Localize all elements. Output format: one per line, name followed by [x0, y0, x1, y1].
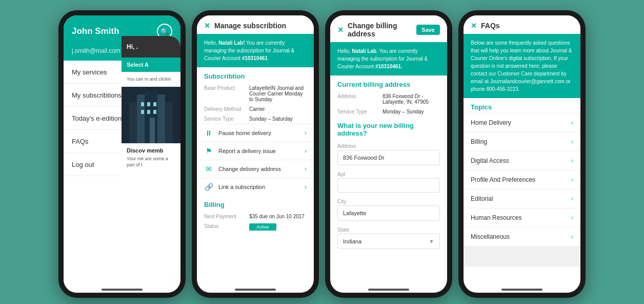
phone-2: ✕ Manage subscribtion Hello, Natali Lab!…	[192, 10, 319, 298]
status-badge: Active	[249, 223, 276, 231]
banner3-name: Natali Lab	[352, 48, 376, 54]
phone1-home-bar	[102, 289, 143, 291]
current-billing-title: Current billing address	[330, 75, 447, 91]
address-field-label: Address	[330, 140, 447, 150]
faq-topic-profile[interactable]: Profile And Preferences ›	[464, 170, 580, 189]
subscription-section-title: Subscribtion	[197, 67, 314, 83]
phone2-scroll: Subscribtion Base Product LafayetteIN Jo…	[197, 67, 314, 293]
new-billing-title: What is your new billing address?	[330, 117, 447, 140]
action-label-address: Change delivery address	[218, 166, 299, 172]
overlay-body: You can m and clickin	[122, 72, 180, 87]
phone-2-screen: ✕ Manage subscribtion Hello, Natali Lab!…	[197, 15, 314, 293]
nav-label-faqs: FAQs	[72, 138, 89, 145]
phone2-banner: Hello, Natali Lab! You are currently man…	[197, 34, 314, 67]
apt-field-label: Apt	[330, 168, 447, 178]
field-value-delivery: Carrier	[249, 106, 307, 112]
overlay-topbar: Hi, .	[122, 36, 180, 58]
faq-topic-digital[interactable]: Digital Access ›	[464, 151, 580, 170]
faq-topic-misc[interactable]: Miscellaneous ›	[464, 227, 580, 246]
phone3-title: Change billing address	[348, 22, 412, 38]
address-chevron-icon: ›	[305, 165, 307, 173]
close-icon-4[interactable]: ✕	[471, 22, 477, 30]
phone-3: ✕ Change billing address Save Hello, Nat…	[325, 10, 452, 298]
phone-1-screen: John Smith 🔍 j.smith@mail.com My service…	[64, 15, 180, 293]
city-field-label: City	[330, 196, 447, 205]
faq-topic-label-hr: Human Resources	[471, 214, 521, 221]
current-service-value: Monday – Sunday	[383, 109, 440, 115]
overlay-panel: Hi, . Select A You can m and clickin	[122, 36, 180, 272]
address-input-value: 836 Foxwood Dr	[343, 155, 385, 161]
phone3-home-bar	[368, 289, 409, 291]
svg-rect-8	[153, 102, 156, 106]
faq-bottom-space	[464, 246, 580, 267]
phones-container: John Smith 🔍 j.smith@mail.com My service…	[58, 10, 586, 298]
nav-label-services: My services	[72, 68, 107, 76]
close-icon-3[interactable]: ✕	[337, 26, 344, 34]
topics-header: Topics	[464, 98, 580, 113]
phone3-topbar-left: ✕ Change billing address	[337, 22, 412, 38]
svg-rect-5	[150, 118, 155, 143]
state-field-label: State	[330, 224, 447, 234]
phone-1: John Smith 🔍 j.smith@mail.com My service…	[58, 10, 186, 298]
city-input[interactable]: Lafayette	[337, 205, 440, 221]
state-dropdown-icon: ▼	[429, 238, 434, 244]
faq-topic-label-misc: Miscellaneous	[471, 233, 510, 240]
overlay-discover: Discov memb Your me are some a part of t	[122, 143, 180, 173]
action-link[interactable]: 🔗 Link a subscription ›	[197, 178, 314, 196]
action-pause[interactable]: ⏸ Pause home delivery ›	[197, 124, 314, 142]
banner3-account: #10310461.	[375, 64, 402, 69]
phone-3-screen: ✕ Change billing address Save Hello, Nat…	[330, 15, 447, 293]
phone4-title: FAQs	[481, 22, 500, 30]
address-icon: ✉	[204, 165, 213, 173]
current-address-label: Address	[337, 93, 378, 105]
overlay-subheader: Select A	[122, 58, 180, 72]
overlay-subheader-text: Select A	[127, 62, 149, 68]
phone1-user-name: John Smith	[72, 26, 119, 36]
faq-topic-home-delivery[interactable]: Home Delivery ›	[464, 113, 580, 132]
link-icon: 🔗	[204, 183, 213, 191]
faq-chevron-profile: ›	[571, 176, 573, 183]
action-label-pause: Pause home delivery	[218, 130, 299, 136]
save-button[interactable]: Save	[416, 25, 440, 35]
action-change-address[interactable]: ✉ Change delivery address ›	[197, 160, 314, 178]
link-chevron-icon: ›	[305, 183, 307, 191]
faq-chevron-misc: ›	[571, 233, 573, 240]
action-report[interactable]: ⚑ Report a delivery issue ›	[197, 142, 314, 160]
close-icon[interactable]: ✕	[204, 22, 210, 30]
faq-topic-label-home: Home Delivery	[471, 119, 511, 126]
billing-section-title: Billing	[197, 196, 314, 212]
faq-topic-billing[interactable]: Billing ›	[464, 132, 580, 151]
discover-body: Your me are some a part of t	[127, 156, 175, 168]
building-illustration	[122, 87, 180, 143]
field-value-base: LafayetteIN Journal and Courier Carrier …	[249, 85, 307, 102]
billing-status: Status Active	[197, 221, 314, 233]
faq-chevron-billing: ›	[571, 138, 573, 145]
field-base-product: Base Product LafayetteIN Journal and Cou…	[197, 83, 314, 104]
banner-text: Hello, Natali Lab! You are currently man…	[204, 40, 294, 61]
faq-topic-label-digital: Digital Access	[471, 157, 509, 164]
phone4-topbar: ✕ FAQs	[464, 15, 580, 34]
faq-topic-label-billing: Billing	[471, 138, 487, 145]
field-value-service: Sunday – Saturday	[249, 116, 307, 122]
phone2-title: Manage subscribtion	[214, 22, 286, 30]
action-label-link: Link a subscription	[218, 184, 299, 190]
address-input[interactable]: 836 Foxwood Dr	[337, 150, 440, 165]
faq-topic-label-profile: Profile And Preferences	[471, 176, 535, 183]
state-select[interactable]: Indiana ▼	[337, 234, 440, 249]
banner-account: #10310461	[242, 55, 268, 61]
svg-rect-11	[153, 110, 156, 114]
report-icon: ⚑	[204, 147, 213, 155]
nav-label-logout: Log out	[72, 161, 94, 168]
phone-4-screen: ✕ FAQs Below are some frequently asked q…	[464, 15, 580, 293]
state-select-value: Indiana	[343, 238, 361, 244]
field-service-type: Service Type Sunday – Saturday	[197, 114, 314, 124]
faq-topic-hr[interactable]: Human Resources ›	[464, 208, 580, 227]
svg-rect-10	[147, 110, 150, 114]
field-label-service: Service Type	[204, 116, 245, 122]
billing-next-payment: Next Payment $35 due on Jun 10 2017	[197, 212, 314, 221]
faq-topic-editorial[interactable]: Editorial ›	[464, 189, 580, 208]
apt-input[interactable]	[337, 178, 440, 193]
svg-rect-7	[147, 102, 150, 106]
phone3-banner: Hello, Natali Lab. You are currently man…	[330, 42, 447, 75]
phone4-home-bar	[501, 289, 542, 291]
